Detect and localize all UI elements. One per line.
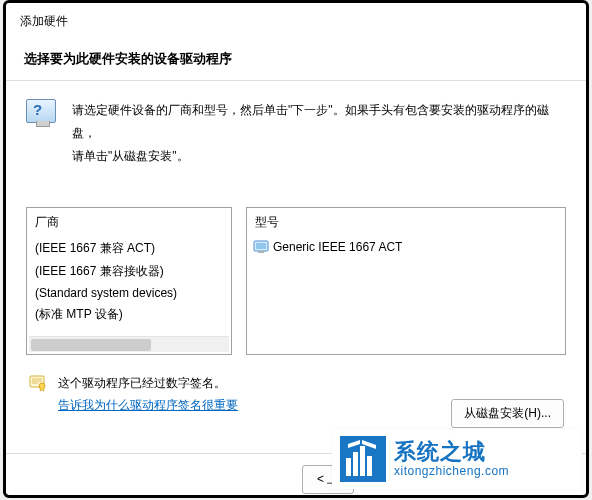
model-listbox[interactable]: 型号 Generic IEEE 1667 ACT bbox=[246, 207, 566, 355]
add-hardware-dialog: 添加硬件 选择要为此硬件安装的设备驱动程序 ? 请选定硬件设备的厂商和型号，然后… bbox=[3, 0, 589, 498]
info-text: 请选定硬件设备的厂商和型号，然后单击"下一步"。如果手头有包含要安装的驱动程序的… bbox=[72, 99, 566, 167]
watermark: 系统之城 xitongzhicheng.com bbox=[332, 429, 582, 489]
vendor-item[interactable]: (IEEE 1667 兼容接收器) bbox=[27, 260, 231, 283]
vendor-listbox[interactable]: 厂商 (IEEE 1667 兼容 ACT) (IEEE 1667 兼容接收器) … bbox=[26, 207, 232, 355]
dialog-header: 添加硬件 bbox=[6, 3, 586, 36]
device-icon bbox=[253, 239, 269, 255]
svg-rect-1 bbox=[256, 243, 266, 249]
dialog-title: 添加硬件 bbox=[20, 13, 572, 30]
model-header: 型号 bbox=[247, 208, 565, 235]
model-list[interactable]: Generic IEEE 1667 ACT bbox=[247, 235, 565, 354]
info-line1: 请选定硬件设备的厂商和型号，然后单击"下一步"。如果手头有包含要安装的驱动程序的… bbox=[72, 103, 549, 140]
vendor-item[interactable]: (Standard system devices) bbox=[27, 283, 231, 303]
watermark-text: 系统之城 xitongzhicheng.com bbox=[394, 440, 509, 478]
watermark-url: xitongzhicheng.com bbox=[394, 464, 509, 478]
scrollbar-thumb[interactable] bbox=[31, 339, 151, 351]
svg-rect-8 bbox=[360, 446, 365, 476]
dialog-body: ? 请选定硬件设备的厂商和型号，然后单击"下一步"。如果手头有包含要安装的驱动程… bbox=[6, 81, 586, 417]
vendor-header: 厂商 bbox=[27, 208, 231, 235]
vendor-list[interactable]: (IEEE 1667 兼容 ACT) (IEEE 1667 兼容接收器) (St… bbox=[27, 235, 231, 336]
model-item-label: Generic IEEE 1667 ACT bbox=[273, 240, 402, 254]
svg-rect-6 bbox=[346, 458, 351, 476]
signature-text: 这个驱动程序已经过数字签名。 bbox=[58, 373, 238, 395]
dialog-subtitle: 选择要为此硬件安装的设备驱动程序 bbox=[6, 36, 586, 80]
signature-info-link[interactable]: 告诉我为什么驱动程序签名很重要 bbox=[58, 398, 238, 412]
svg-rect-7 bbox=[353, 452, 358, 476]
help-icon: ? bbox=[26, 99, 58, 135]
vendor-item[interactable]: (标准 MTP 设备) bbox=[27, 303, 231, 326]
watermark-title: 系统之城 bbox=[394, 440, 509, 464]
svg-rect-9 bbox=[367, 456, 372, 476]
vendor-scrollbar[interactable] bbox=[29, 336, 229, 352]
watermark-logo-icon bbox=[340, 436, 386, 482]
vendor-item[interactable]: (IEEE 1667 兼容 ACT) bbox=[27, 237, 231, 260]
lists-container: 厂商 (IEEE 1667 兼容 ACT) (IEEE 1667 兼容接收器) … bbox=[26, 207, 566, 355]
signature-text-block: 这个驱动程序已经过数字签名。 告诉我为什么驱动程序签名很重要 bbox=[58, 373, 238, 416]
install-from-disk-button[interactable]: 从磁盘安装(H)... bbox=[451, 399, 564, 428]
model-item[interactable]: Generic IEEE 1667 ACT bbox=[247, 237, 565, 257]
info-row: ? 请选定硬件设备的厂商和型号，然后单击"下一步"。如果手头有包含要安装的驱动程… bbox=[26, 99, 566, 167]
info-line2: 请单击"从磁盘安装"。 bbox=[72, 149, 189, 163]
certificate-icon bbox=[28, 373, 48, 393]
svg-rect-2 bbox=[258, 251, 264, 253]
